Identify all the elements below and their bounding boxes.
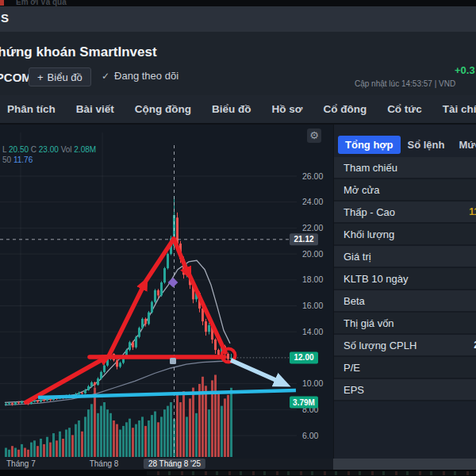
panel-row[interactable]: Thị giá vốn (334, 313, 476, 335)
check-icon: ✓ (102, 71, 109, 82)
row-label: Giá trị (344, 251, 371, 263)
price-chart[interactable]: 26.0024.0022.0020.0018.0016.0014.0010.00… (0, 125, 333, 476)
panel-tab-2[interactable]: Sổ lệnh (401, 136, 452, 154)
last-updated: Cập nhật lúc 14:53:57 | VND (355, 79, 455, 88)
svg-text:26.00: 26.00 (302, 171, 323, 181)
panel-row[interactable]: Số lượng CPLH2 (334, 335, 476, 357)
panel-row[interactable]: KLTB 10 ngày (334, 268, 476, 290)
row-label: P/E (344, 362, 360, 374)
main-area: 26.0024.0022.0020.0018.0016.0014.0010.00… (0, 125, 476, 476)
row-label: Beta (344, 295, 365, 307)
legend-ma50: 50 11.76 (2, 155, 96, 166)
panel-tab-1[interactable]: Tổng hợp (338, 136, 401, 154)
logo-letter: S (1, 11, 9, 25)
panel-row[interactable]: Tham chiếu (334, 157, 476, 179)
panel-tab-3[interactable]: Mức giá (451, 136, 476, 154)
svg-text:22.00: 22.00 (302, 223, 323, 232)
exchange-label: UPCOM (0, 71, 32, 84)
chart-legend: L 20.50 C 23.00 Vol 2.08M 50 11.76 (2, 145, 96, 166)
row-label: KLTB 10 ngày (344, 273, 408, 285)
svg-text:16.00: 16.00 (302, 301, 323, 310)
panel-row[interactable]: Thấp - Cao11 (334, 202, 476, 224)
panel-row[interactable]: Beta (334, 290, 476, 313)
x-axis-strip[interactable]: Tháng 7Tháng 828 Tháng 8 '25 (0, 459, 333, 470)
row-label: Thấp - Cao (344, 206, 395, 218)
panel-tabbar: Tổng hợpSổ lệnhMức giá (338, 136, 476, 154)
row-label: Thị giá vốn (344, 317, 394, 329)
row-label: Số lượng CPLH (344, 340, 416, 351)
panel-row[interactable]: P/E (334, 357, 476, 379)
top-notification-strip: Em ơi Và quà (0, 0, 476, 6)
row-value: 11 (469, 206, 476, 217)
panel-row[interactable]: EPS (334, 379, 476, 401)
row-label: Khối lượng (344, 228, 394, 240)
nav-tabbar: Phân tíchBài viếtCộng đồngBiểu đồHồ sơCổ… (0, 95, 476, 125)
svg-text:10.00: 10.00 (302, 378, 323, 388)
panel-row[interactable]: Khối lượng (334, 224, 476, 246)
chart-button[interactable]: + Biểu đồ (29, 67, 91, 86)
x-axis-label: Tháng 7 (6, 459, 36, 468)
row-label: Tham chiếu (344, 162, 397, 174)
row-label: Mở cửa (344, 184, 379, 196)
watching-button[interactable]: ✓ Đang theo dõi (102, 70, 178, 82)
svg-text:18.00: 18.00 (302, 274, 323, 284)
nav-tab-8[interactable]: Tài chính (432, 103, 476, 115)
stock-header: Chứng khoán SmartInvest UPCOM + Biểu đồ … (0, 32, 476, 95)
chart-button-label: Biểu đồ (48, 71, 83, 83)
nav-tab-2[interactable]: Bài viết (66, 103, 125, 115)
svg-text:14.00: 14.00 (302, 327, 323, 336)
plus-icon: + (37, 71, 44, 83)
panel-bottom-strip (333, 459, 476, 470)
panel-row[interactable]: Mở cửa (334, 179, 476, 202)
company-name: Chứng khoán SmartInvest (0, 44, 157, 60)
panel-rows: Tham chiếuMở cửaThấp - Cao11Khối lượngGi… (334, 157, 476, 401)
svg-text:21.12: 21.12 (294, 235, 313, 244)
info-panel: Tổng hợpSổ lệnhMức giá Tham chiếuMở cửaT… (333, 125, 476, 476)
svg-text:6.00: 6.00 (302, 431, 319, 440)
svg-text:12.00: 12.00 (294, 353, 313, 362)
svg-text:20.00: 20.00 (302, 249, 323, 259)
chart-settings-gear-icon[interactable]: ⚙ (307, 129, 321, 143)
x-axis-label: Tháng 8 (90, 459, 119, 468)
nav-tab-7[interactable]: Cổ tức (377, 103, 432, 115)
row-label: EPS (344, 384, 364, 396)
panel-row[interactable]: Giá trị (334, 246, 476, 268)
ticker-tape (147, 471, 476, 475)
nav-tab-6[interactable]: Cổ đông (313, 103, 377, 115)
nav-tab-1[interactable]: Phân tích (0, 103, 66, 115)
price-change: +0.3 (455, 64, 475, 76)
nav-tab-5[interactable]: Hồ sơ (262, 103, 313, 115)
watching-label: Đang theo dõi (114, 70, 178, 82)
svg-text:3.79M: 3.79M (293, 398, 315, 407)
nav-tab-3[interactable]: Cộng đồng (125, 103, 202, 115)
notification-dot-icon (0, 0, 4, 6)
nav-tab-4[interactable]: Biểu đồ (202, 103, 262, 115)
legend-ohlc: L 20.50 C 23.00 Vol 2.08M (2, 145, 96, 155)
svg-text:24.00: 24.00 (302, 197, 323, 206)
notification-text: Em ơi Và quà (16, 0, 67, 6)
logo-bar: S (0, 6, 476, 32)
x-axis-crosshair-date: 28 Tháng 8 '25 (144, 459, 205, 469)
candlestick-chart-canvas[interactable]: 26.0024.0022.0020.0018.0016.0014.0010.00… (0, 125, 333, 459)
